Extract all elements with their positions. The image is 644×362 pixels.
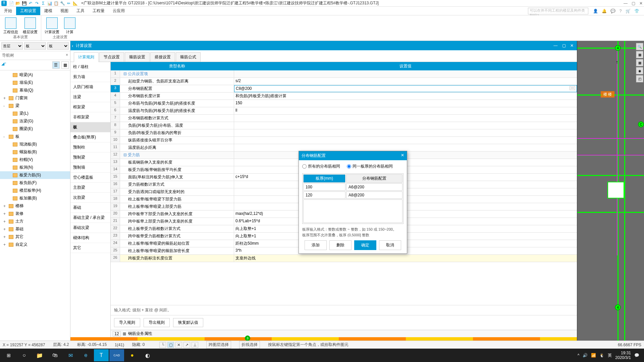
- ribbon-btn-calc-set[interactable]: 计算设置: [45, 17, 59, 35]
- qat-icon[interactable]: 📋: [53, 1, 59, 6]
- qat-icon[interactable]: ↷: [34, 1, 40, 6]
- tool-icon[interactable]: ▦: [636, 59, 643, 66]
- list-view-icon[interactable]: ☰: [52, 61, 60, 69]
- rule-value[interactable]: [234, 115, 577, 122]
- cad-icon[interactable]: CAD: [109, 349, 124, 361]
- calc-tab[interactable]: 箍筋设置: [125, 52, 150, 62]
- qat-icon[interactable]: ✏: [66, 1, 71, 6]
- th-rebar[interactable]: 分布钢筋配置: [346, 174, 402, 183]
- category-item[interactable]: 叠合板(整厚): [70, 132, 110, 142]
- category-item[interactable]: 人防门框墙: [70, 82, 110, 92]
- volume-icon[interactable]: 🔊: [583, 353, 588, 358]
- tree-item[interactable]: 板洞(N): [0, 164, 70, 171]
- menu-item[interactable]: 云应用: [109, 7, 129, 15]
- explorer-icon[interactable]: 📁: [32, 349, 47, 361]
- category-item[interactable]: 连梁: [70, 92, 110, 102]
- help-icon[interactable]: ?: [620, 9, 622, 13]
- tool-icon[interactable]: ✕: [175, 342, 182, 348]
- radio-all-same[interactable]: 所有的分布筋相同: [302, 164, 340, 169]
- tree-item[interactable]: -梁: [0, 102, 70, 110]
- tree-item[interactable]: +其它: [0, 233, 70, 241]
- tree-item[interactable]: 楼层板带(H): [0, 187, 70, 194]
- rule-value[interactable]: [234, 70, 577, 77]
- tool-icon[interactable]: ⊥: [192, 342, 198, 348]
- tree-item[interactable]: 暗梁(A): [0, 71, 70, 79]
- rule-value[interactable]: s/2: [234, 78, 577, 85]
- rule-value[interactable]: [234, 144, 577, 151]
- app-icon[interactable]: T: [94, 349, 109, 361]
- tree-item[interactable]: 连梁(G): [0, 117, 70, 125]
- rule-row[interactable]: 5分布筋与负筋(跨板受力筋)的搭接长度150: [111, 100, 577, 107]
- category-item[interactable]: 砌体结构: [70, 233, 110, 243]
- action-button[interactable]: 导入规则: [114, 318, 140, 327]
- qat-icon[interactable]: ↶: [28, 1, 33, 6]
- tree-item[interactable]: 现浇板(B): [0, 140, 70, 148]
- category-item[interactable]: 预制梁: [70, 153, 110, 163]
- tree-item[interactable]: 圈梁(E): [0, 125, 70, 133]
- tree-item[interactable]: +自定义: [0, 241, 70, 248]
- category-item[interactable]: 板: [70, 122, 110, 132]
- category-item[interactable]: 基础: [70, 203, 110, 213]
- menu-item[interactable]: 工具: [72, 7, 89, 15]
- maximize-icon[interactable]: ▢: [632, 1, 635, 6]
- chat-icon[interactable]: 💬: [610, 9, 615, 13]
- close-icon[interactable]: ×: [66, 53, 68, 58]
- tree-item[interactable]: +土方: [0, 218, 70, 225]
- qat-icon[interactable]: 💾: [21, 1, 27, 6]
- category-item[interactable]: 柱 / 墙柱: [70, 62, 110, 72]
- delete-button[interactable]: 删除: [329, 240, 352, 250]
- expand-icon[interactable]: ◢⁺: [1, 61, 6, 69]
- qat-icon[interactable]: 📂: [15, 1, 20, 6]
- qat-icon[interactable]: Σ: [41, 1, 46, 6]
- rule-row[interactable]: 1⊟ 公共设置项: [111, 70, 577, 78]
- rule-value[interactable]: [234, 137, 577, 144]
- tree-item[interactable]: 螺旋板(B): [0, 148, 70, 156]
- category-select[interactable]: 板: [24, 42, 46, 50]
- cancel-button[interactable]: 取消: [379, 240, 401, 250]
- floor-select[interactable]: 首层: [1, 42, 23, 50]
- category-item[interactable]: 非框架梁: [70, 112, 110, 122]
- calc-tab[interactable]: 节点设置: [99, 52, 124, 62]
- category-item[interactable]: 剪力墙: [70, 72, 110, 82]
- menu-item[interactable]: 开始: [0, 7, 16, 15]
- rule-value[interactable]: ll: [234, 107, 577, 114]
- app-icon[interactable]: ◐: [140, 349, 155, 361]
- tree-item[interactable]: -板: [0, 133, 70, 140]
- expand-icon[interactable]: ⊞: [123, 331, 126, 336]
- category-item[interactable]: 预制墙: [70, 163, 110, 173]
- tree-item[interactable]: 板负筋(F): [0, 179, 70, 187]
- category-item[interactable]: 预制柱: [70, 142, 110, 153]
- category-item[interactable]: 主肋梁: [70, 183, 110, 193]
- model-viewport[interactable]: 4 C 4 楼 楼 ↑ 🔍 ▦ ▦ ◉ ◰: [577, 41, 644, 341]
- rule-row[interactable]: 6温度筋与负筋(跨板受力筋)的搭接长度ll: [111, 107, 577, 115]
- tree-item[interactable]: 梁(L): [0, 110, 70, 117]
- menu-item[interactable]: 工程设置: [16, 7, 40, 15]
- rebar-cell[interactable]: A8@200: [346, 191, 402, 199]
- tool-icon[interactable]: 🔍: [636, 43, 643, 50]
- tool-icon[interactable]: ↗: [183, 342, 190, 348]
- mail-icon[interactable]: ✉: [63, 349, 78, 361]
- tree-item[interactable]: 板受力筋(S): [0, 171, 70, 179]
- wifi-icon[interactable]: 📶: [591, 353, 596, 358]
- user-icon[interactable]: 👤: [593, 9, 598, 13]
- close-icon[interactable]: ✕: [570, 43, 574, 48]
- ok-button[interactable]: 确定: [354, 240, 376, 250]
- rule-value[interactable]: 和负筋(跨板受力筋)搭接计算: [234, 93, 577, 100]
- rule-value[interactable]: 150: [234, 100, 577, 107]
- rule-value[interactable]: [234, 122, 577, 129]
- category-item[interactable]: 基础次梁: [70, 223, 110, 233]
- tree-item[interactable]: +基础: [0, 225, 70, 233]
- qat-icon[interactable]: 🔧: [60, 1, 65, 6]
- category-item[interactable]: 次肋梁: [70, 193, 110, 203]
- ellipsis-button[interactable]: ⋯: [570, 86, 575, 90]
- rule-row[interactable]: 10纵筋搭接接头错开百分率: [111, 137, 577, 144]
- tree-item[interactable]: 幕墙(Q): [0, 86, 70, 94]
- notification-icon[interactable]: 💬: [634, 353, 639, 358]
- menu-item[interactable]: 建模: [40, 7, 56, 15]
- ribbon-btn-proj-info[interactable]: 工程信息: [3, 17, 18, 35]
- clock[interactable]: 19:31 2020/3/1: [615, 351, 631, 360]
- action-button[interactable]: 导出规则: [144, 318, 170, 327]
- tree-item[interactable]: +装修: [0, 210, 70, 218]
- rule-row[interactable]: 3分布钢筋配置C8@200⋯: [111, 85, 577, 93]
- ribbon-btn-calc[interactable]: 计算: [64, 17, 75, 35]
